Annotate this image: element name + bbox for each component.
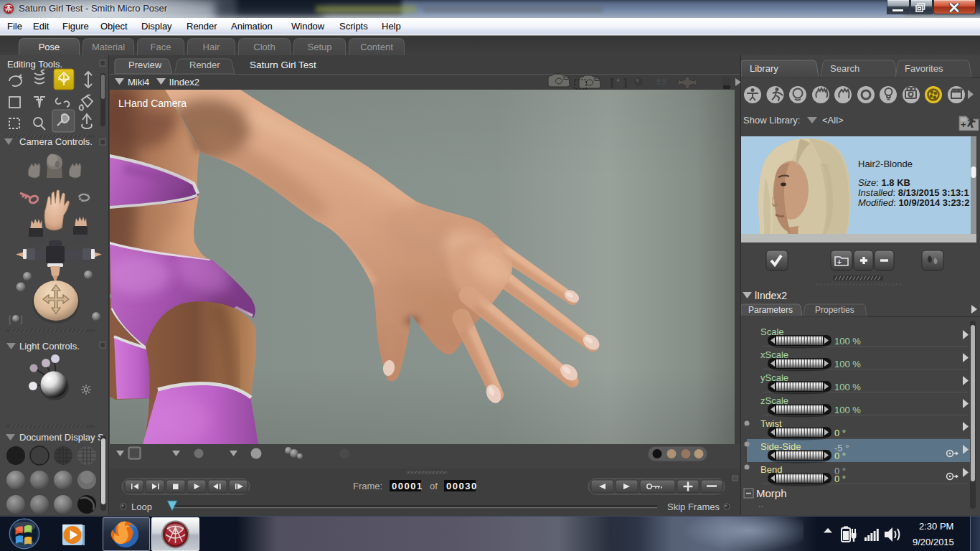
- svg-text:100 %: 100 %: [834, 359, 861, 369]
- svg-text:]: ]: [20, 314, 23, 324]
- svg-text:of: of: [430, 481, 438, 491]
- svg-text:Hair2-Blonde: Hair2-Blonde: [858, 159, 913, 169]
- svg-text:Preview: Preview: [128, 60, 162, 70]
- svg-text:100 %: 100 %: [834, 405, 861, 415]
- svg-text:Miki4: Miki4: [128, 77, 149, 88]
- svg-text:00001: 00001: [392, 481, 423, 491]
- svg-text:Parameters: Parameters: [748, 305, 793, 315]
- svg-text:+: +: [837, 258, 842, 266]
- svg-text:<All>: <All>: [822, 115, 844, 126]
- svg-text:Document Display S: Document Display S: [19, 432, 104, 443]
- svg-text:Frame:: Frame:: [353, 481, 382, 491]
- svg-text:Morph: Morph: [756, 487, 787, 499]
- svg-text:Camera Controls.: Camera Controls.: [19, 136, 93, 147]
- svg-text:LHand Camera: LHand Camera: [118, 98, 187, 109]
- svg-text:Show Library:: Show Library:: [743, 115, 800, 126]
- svg-text:lIndex2: lIndex2: [169, 77, 199, 88]
- svg-text:Loop: Loop: [131, 501, 152, 512]
- svg-text:+: +: [961, 119, 966, 130]
- svg-text:0 °: 0 °: [834, 474, 846, 484]
- svg-text:Skip Frames: Skip Frames: [667, 501, 720, 512]
- svg-text:Library: Library: [750, 63, 778, 74]
- svg-text:Favorites: Favorites: [905, 63, 943, 74]
- svg-text:Properties: Properties: [815, 305, 854, 315]
- svg-text:00030: 00030: [446, 481, 478, 491]
- svg-text:100 %: 100 %: [834, 382, 861, 392]
- svg-text:0 °: 0 °: [834, 428, 846, 438]
- svg-text:]: ]: [623, 76, 627, 88]
- svg-text:Installed: 8/13/2015 3:13:1: Installed: 8/13/2015 3:13:1: [858, 187, 969, 198]
- svg-text:Render: Render: [189, 60, 220, 70]
- svg-text:[: [: [611, 76, 614, 88]
- svg-text:Modified: 10/9/2014 3:23:2: Modified: 10/9/2014 3:23:2: [858, 197, 969, 208]
- svg-text:100 %: 100 %: [834, 336, 861, 347]
- svg-text:Saturn Girl Test: Saturn Girl Test: [250, 60, 316, 70]
- svg-text:..: ..: [758, 499, 763, 509]
- svg-text:[: [: [9, 314, 11, 324]
- svg-text:Light Controls.: Light Controls.: [19, 341, 80, 352]
- svg-text:Search: Search: [830, 63, 859, 74]
- svg-text:lIndex2: lIndex2: [755, 290, 787, 301]
- svg-text:0 °: 0 °: [834, 451, 846, 461]
- svg-text:Editing Tools.: Editing Tools.: [7, 59, 62, 70]
- svg-text:Size: 1.8 KB: Size: 1.8 KB: [858, 177, 910, 188]
